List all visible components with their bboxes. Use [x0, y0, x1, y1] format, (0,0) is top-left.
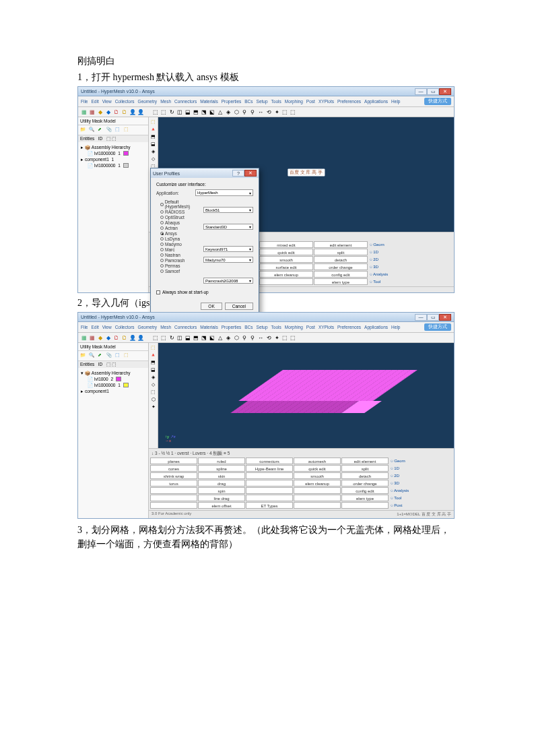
ok-button[interactable]: OK	[201, 303, 222, 310]
panel-btn[interactable]: ruled	[198, 458, 245, 464]
profile-select-2[interactable]: Standard3D	[203, 224, 253, 230]
menu-post[interactable]: Post	[306, 325, 315, 329]
profile-radio-group[interactable]: Default (HyperMesh) RADIOSS OptiStruct A…	[160, 199, 201, 284]
panel-btn[interactable]	[294, 487, 341, 494]
tab-model[interactable]: Model	[104, 119, 116, 123]
tab-utility[interactable]: Utility	[80, 344, 91, 349]
page-radio[interactable]: ○ Geom	[368, 241, 403, 248]
panel-btn[interactable]: line drag	[198, 495, 245, 501]
panel-btn[interactable]: elem cleanup	[259, 271, 313, 278]
profile-select-4[interactable]: Madymo70	[203, 257, 253, 263]
menu-bcs[interactable]: BCs	[244, 99, 253, 104]
panel-btn[interactable]: detach	[341, 472, 389, 479]
panel-btn[interactable]: skin	[198, 472, 245, 479]
menu-file[interactable]: File	[81, 325, 88, 329]
model-tree[interactable]: ▸ 📦Assembly Hierarchy 📄lvl1000000 1 ▸ co…	[78, 142, 148, 292]
panel-btn[interactable]	[246, 487, 293, 494]
minimize-button[interactable]: —	[415, 88, 427, 95]
menu-connectors[interactable]: Connectors	[174, 325, 197, 329]
always-show-check[interactable]: Always show at start-up	[156, 290, 253, 294]
panel-btn[interactable]	[246, 495, 293, 501]
panel-btn[interactable]: torus	[150, 480, 197, 486]
panel-btn[interactable]: elem type	[341, 495, 389, 501]
page-radio[interactable]: ○ 1D	[389, 465, 424, 472]
menu-mesh[interactable]: Mesh	[160, 325, 171, 329]
page-radio[interactable]: ○ Analysis	[389, 487, 424, 494]
panel-btn[interactable]: quick edit	[259, 249, 313, 255]
menu-morphing[interactable]: Morphing	[285, 99, 303, 104]
page-radio[interactable]: ○ Tool	[368, 278, 403, 285]
menu-morphing[interactable]: Morphing	[285, 325, 303, 329]
tab-utility[interactable]: Utility	[80, 119, 91, 123]
panel-btn[interactable]: mixed edit	[259, 241, 313, 248]
profile-select-5[interactable]: Pamcrash2G2008	[203, 278, 253, 284]
menu-mesh[interactable]: Mesh	[160, 99, 171, 104]
minimize-button[interactable]: —	[415, 314, 427, 321]
panel-btn[interactable]: automesh	[294, 458, 341, 464]
menu-xyplots[interactable]: XYPlots	[319, 325, 334, 329]
panel-btn[interactable]: split	[341, 465, 389, 472]
close-button[interactable]: ✕	[439, 314, 451, 321]
menu-post[interactable]: Post	[306, 99, 315, 104]
menu-materials[interactable]: Materials	[200, 325, 218, 329]
panel-btn[interactable]: elem cleanup	[294, 480, 341, 486]
panel-btn[interactable]	[259, 278, 313, 285]
panel-btn[interactable]	[150, 502, 197, 509]
menu-view[interactable]: View	[102, 325, 112, 329]
menu-setup[interactable]: Setup	[257, 99, 268, 104]
menu-properties[interactable]: Properties	[222, 99, 242, 104]
panel-btn[interactable]: surface edit	[259, 263, 313, 270]
close-button[interactable]: ✕	[439, 88, 451, 95]
menu-connectors[interactable]: Connectors	[174, 99, 197, 104]
dialog-close-button[interactable]: ✕	[244, 170, 257, 177]
panel-btn[interactable]: shrink wrap	[150, 472, 197, 479]
page-radio[interactable]: ○ 2D	[368, 256, 403, 263]
menu-tools[interactable]: Tools	[271, 325, 281, 329]
panel-btn[interactable]	[246, 472, 293, 479]
panel-btn[interactable]: spin	[198, 487, 245, 494]
panel-btn[interactable]: spline	[198, 465, 245, 472]
panel-btn[interactable]: cones	[150, 465, 197, 472]
panel-btn[interactable]: order change	[314, 263, 368, 270]
panel-btn[interactable]: quick edit	[294, 465, 341, 472]
menu-applications[interactable]: Applications	[364, 99, 388, 104]
panel-btn[interactable]: smooth	[294, 472, 341, 479]
panel-btn[interactable]	[294, 502, 341, 509]
profile-select-3[interactable]: Keyword971	[203, 246, 253, 252]
menu-collectors[interactable]: Collectors	[115, 99, 135, 104]
panel-btn[interactable]: detach	[314, 256, 368, 263]
maximize-button[interactable]: ▭	[427, 88, 439, 95]
panel-btn[interactable]: elem offset	[198, 502, 245, 509]
panel-btn[interactable]: connectors	[246, 458, 293, 464]
menu-file[interactable]: File	[81, 99, 88, 104]
page-radio[interactable]: ○ 3D	[368, 263, 403, 270]
panel-btn[interactable]: config edit	[314, 271, 368, 278]
menu-edit[interactable]: Edit	[91, 325, 98, 329]
menu-setup[interactable]: Setup	[257, 325, 268, 329]
page-radio[interactable]: ○ Analysis	[368, 271, 403, 278]
page-radio[interactable]: ○ 1D	[368, 249, 403, 255]
menu-preferences[interactable]: Preferences	[337, 325, 361, 329]
panel-btn[interactable]: planes	[150, 458, 197, 464]
tab-mask[interactable]: Mask	[92, 119, 103, 123]
tab-model[interactable]: Model	[104, 344, 116, 349]
menu-materials[interactable]: Materials	[200, 99, 218, 104]
page-radio[interactable]: ○ Geom	[389, 458, 424, 464]
panel-btn[interactable]: drag	[198, 480, 245, 486]
menu-geometry[interactable]: Geometry	[138, 99, 158, 104]
panel-btn[interactable]: edit element	[314, 241, 368, 248]
panel-btn[interactable]: order change	[341, 480, 389, 486]
shortcut-button[interactable]: 快捷方式	[424, 98, 451, 105]
tab-mask[interactable]: Mask	[92, 344, 103, 349]
panel-btn[interactable]: edit element	[341, 458, 389, 464]
panel-btn[interactable]	[294, 495, 341, 501]
menu-help[interactable]: Help	[391, 99, 400, 104]
menu-edit[interactable]: Edit	[91, 99, 98, 104]
shortcut-button[interactable]: 快捷方式	[424, 323, 451, 331]
cancel-button[interactable]: Cancel	[225, 303, 253, 310]
menu-bcs[interactable]: BCs	[244, 325, 253, 329]
menu-xyplots[interactable]: XYPlots	[319, 99, 334, 104]
panel-btn[interactable]: split	[314, 249, 368, 255]
panel-btn[interactable]	[246, 480, 293, 486]
profile-select-1[interactable]: Block51	[203, 207, 253, 213]
